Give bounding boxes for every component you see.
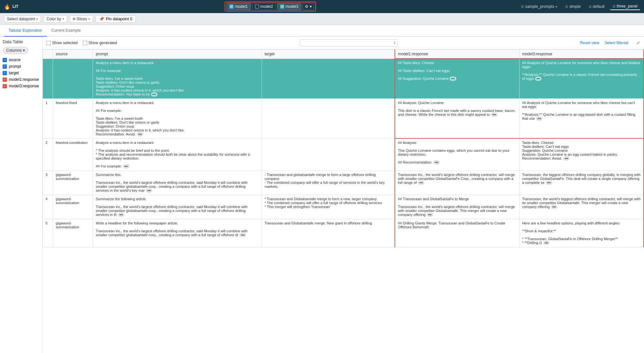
th-model1-response[interactable]: model1:response — [395, 50, 519, 59]
cell-source: gigaword-summarization — [53, 195, 93, 219]
more-btn[interactable]: ••• — [433, 160, 440, 165]
more-btn[interactable]: ••• — [543, 241, 550, 245]
more-btn[interactable]: ••• — [536, 116, 543, 121]
tab-current-label: Current Example — [51, 28, 81, 33]
cell-model1: ## Analysis:This Quiche Lorraine contain… — [395, 138, 519, 170]
model3-label: model3 — [285, 4, 298, 9]
search-input[interactable] — [302, 41, 394, 45]
cell-prompt: Write a headline for the following newsp… — [93, 219, 262, 247]
model2-btn[interactable]: model2 — [252, 3, 276, 10]
nav-default-label: default — [593, 4, 605, 9]
th-prompt[interactable]: prompt — [93, 50, 262, 59]
tab-tabular[interactable]: Tabular Exploration — [4, 25, 47, 37]
table-row[interactable]: 3 gigaword-summarization Summarize this.… — [43, 170, 644, 195]
pin-datapoint[interactable]: 📌 Pin datapoint 0 — [96, 15, 136, 23]
color-by-label: Color by — [46, 17, 61, 21]
table-row[interactable]: 2 fewshot-constitution Analyze a menu it… — [43, 138, 644, 170]
cell-num — [43, 59, 53, 98]
more-btn[interactable]: ••• — [545, 181, 552, 185]
col-item-model1-response[interactable]: ✓ model1:response — [3, 76, 40, 83]
model2-checkbox — [255, 5, 259, 9]
cell-num: 3 — [43, 170, 53, 195]
more-btn[interactable]: ••• — [118, 213, 125, 217]
nav-right: ☰ sample_prompts ▾ ☰ simple ☰ default ☰ … — [518, 3, 640, 10]
more-btn[interactable]: ••• — [427, 213, 433, 217]
col-item-source[interactable]: ✓ source — [3, 57, 40, 63]
model1-btn[interactable]: ✓ model1 — [227, 3, 250, 10]
tab-current-example[interactable]: Current Example — [47, 25, 85, 37]
table-row[interactable]: 4 gigaword-summarization Summarize the f… — [43, 195, 644, 219]
select-filtered-btn[interactable]: Select filtered — [604, 41, 628, 45]
search-bar[interactable]: ℹ — [300, 39, 398, 46]
select-filtered-label: Select filtered — [604, 41, 628, 45]
nav-simple-icon: ☰ — [565, 5, 568, 9]
show-selected-label[interactable]: Show selected — [46, 41, 78, 45]
cell-model3: Here are a few headline options, playing… — [519, 219, 644, 247]
cell-target — [262, 138, 395, 170]
nav-default[interactable]: ☰ default — [586, 3, 607, 10]
col-model1-checkbox: ✓ — [3, 78, 7, 82]
cell-model3: Transocean, the world's biggest offshore… — [519, 195, 644, 219]
cell-target: * Transocean and Globalsantafe merge to … — [262, 195, 395, 219]
show-selected-text: Show selected — [52, 41, 78, 45]
model-gear-btn[interactable]: ⚙ ▾ — [303, 3, 314, 10]
table-row[interactable]: 5 gigaword-summarization Write a headlin… — [43, 219, 644, 247]
select-datapoint-label: Select datapoint — [7, 17, 35, 21]
model1-label: model1 — [235, 4, 248, 9]
model3-btn[interactable]: ✓ model3 — [277, 3, 301, 10]
slices-icon: ⊞ — [73, 17, 75, 21]
th-model3-response[interactable]: model3:response — [519, 50, 644, 59]
col-target-checkbox: ✓ — [3, 71, 7, 75]
more-btn[interactable]: ••• — [563, 156, 570, 161]
more-btn[interactable]: ••• — [239, 233, 246, 237]
more-btn[interactable]: ••• — [551, 205, 558, 209]
col-item-model3-response[interactable]: ✓ model3:response — [3, 83, 40, 89]
cell-model3: Transocean, the biggest offshore drillin… — [519, 170, 644, 195]
more-btn[interactable]: ••• — [151, 92, 158, 97]
nav-simple-label: simple — [569, 4, 581, 9]
table-row[interactable]: 1 fewshot-fixed Analyze a menu item in a… — [43, 98, 644, 138]
columns-btn[interactable]: Columns ▾ — [3, 47, 28, 54]
slices-btn[interactable]: ⊞ Slices ▾ — [70, 15, 93, 23]
th-num — [43, 50, 53, 59]
show-selected-checkbox[interactable] — [46, 41, 51, 45]
cell-prompt: Summarize the following article.Transoce… — [93, 195, 262, 219]
col-source-checkbox: ✓ — [3, 58, 7, 62]
show-generated-label[interactable]: Show generated — [83, 41, 117, 45]
nav-sample-prompts-label: sample_prompts — [525, 4, 554, 9]
col-target-label: target — [9, 71, 19, 75]
nav-sample-prompts[interactable]: ☰ sample_prompts ▾ — [518, 3, 560, 10]
pin-datapoint-label: Pin datapoint 0 — [106, 17, 132, 21]
col-source-label: source — [9, 58, 21, 62]
color-by-btn[interactable]: Color by ▾ — [44, 15, 67, 23]
main-content: Data Table Columns ▾ ✓ source ✓ prompt ✓… — [0, 37, 644, 353]
model-selector-group: ✓ model1 model2 ✓ model3 ⚙ ▾ — [225, 2, 316, 11]
col-item-target[interactable]: ✓ target — [3, 70, 40, 76]
more-btn[interactable]: ••• — [450, 77, 456, 81]
th-target[interactable]: target — [262, 50, 395, 59]
more-btn[interactable]: ••• — [123, 164, 130, 168]
more-btn[interactable]: ••• — [137, 132, 144, 136]
cell-model3: ## Analysis of Quiche Lorraine for someo… — [519, 98, 644, 138]
cell-model1: ## Transocean and GlobalSantaFe to Merge… — [395, 195, 519, 219]
th-source[interactable]: source — [53, 50, 93, 59]
col-prompt-checkbox: ✓ — [3, 64, 7, 69]
reset-view-btn[interactable]: Reset view — [580, 41, 599, 45]
cell-source: gigaword-summarization — [53, 170, 93, 195]
cell-source: gigaword-summarization — [53, 219, 93, 247]
select-datapoint-btn[interactable]: Select datapoint ▾ — [4, 15, 41, 23]
more-btn[interactable]: ••• — [418, 181, 425, 185]
app-logo: 🔥 LIT — [4, 4, 18, 10]
pin-icon: 📌 — [99, 17, 104, 21]
nav-simple[interactable]: ☰ simple — [562, 3, 583, 10]
more-btn[interactable]: ••• — [491, 113, 498, 117]
more-btn[interactable]: ••• — [535, 77, 542, 81]
more-btn[interactable]: ••• — [146, 188, 153, 193]
col-item-prompt[interactable]: ✓ prompt — [3, 63, 40, 70]
data-table-area: Show selected Show generated ℹ Reset vie… — [43, 37, 644, 353]
show-generated-checkbox[interactable] — [83, 41, 87, 45]
expand-icon[interactable]: ⤢ — [636, 40, 640, 45]
nav-three-panel[interactable]: ☰ three_panel — [610, 3, 640, 10]
table-row[interactable]: Analyze a menu item in a restaurant.## F… — [43, 59, 644, 98]
cell-source: fewshot-fixed — [53, 98, 93, 138]
